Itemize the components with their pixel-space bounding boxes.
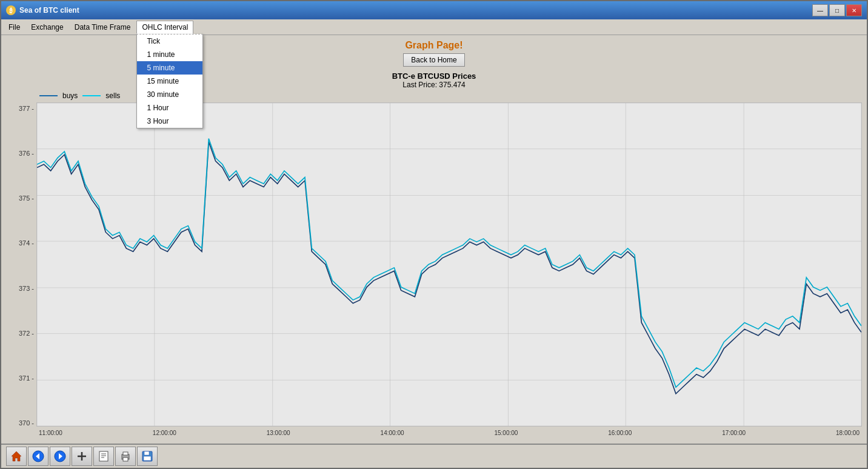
- back-to-home-button[interactable]: Back to Home: [403, 53, 464, 67]
- x-label-1800: 18:00:00: [836, 430, 860, 436]
- forward-arrow-icon: [54, 450, 66, 462]
- dropdown-3hr[interactable]: 3 Hour: [137, 115, 202, 128]
- dropdown-tick[interactable]: Tick: [137, 35, 202, 48]
- svg-rect-29: [123, 452, 128, 455]
- menu-ohlc-container: OHLC Interval Tick 1 minute 5 minute 15 …: [136, 21, 193, 34]
- notes-button[interactable]: [93, 447, 114, 466]
- x-label-1100: 11:00:00: [39, 430, 62, 436]
- menu-file[interactable]: File: [4, 21, 25, 33]
- save-icon: [141, 450, 153, 462]
- menu-data-time-frame[interactable]: Data Time Frame: [70, 21, 136, 33]
- add-icon: [76, 450, 88, 462]
- menu-ohlc-interval[interactable]: OHLC Interval: [136, 21, 193, 34]
- notes-icon: [98, 450, 110, 462]
- app-icon: ₿: [6, 5, 16, 15]
- maximize-button[interactable]: □: [829, 4, 845, 16]
- legend-buys-line: [39, 95, 58, 96]
- x-label-1700: 17:00:00: [722, 430, 746, 436]
- page-title: Graph Page!: [6, 40, 862, 51]
- chart-title: BTC-e BTCUSD Prices: [6, 72, 862, 81]
- chart-plot: 11:00:00 12:00:00 13:00:00 14:00:00 15:0…: [36, 102, 862, 439]
- dropdown-5min[interactable]: 5 minute: [137, 61, 202, 75]
- y-label-374: 374 -: [6, 239, 34, 247]
- print-button[interactable]: [115, 447, 136, 466]
- chart-legend: buys sells: [6, 91, 862, 100]
- chart-with-axes: 377 - 376 - 375 - 374 - 373 - 372 - 371 …: [6, 102, 862, 439]
- toolbar: [1, 444, 867, 468]
- minimize-button[interactable]: —: [812, 4, 828, 16]
- y-label-371: 371 -: [6, 374, 34, 382]
- dropdown-1hr[interactable]: 1 Hour: [137, 101, 202, 115]
- y-label-370: 370 -: [6, 419, 34, 427]
- menu-exchange[interactable]: Exchange: [26, 21, 68, 33]
- close-button[interactable]: ✕: [846, 4, 862, 16]
- dropdown-30min[interactable]: 30 minute: [137, 88, 202, 101]
- y-label-376: 376 -: [6, 150, 34, 157]
- main-content: Graph Page! Back to Home BTC-e BTCUSD Pr…: [1, 35, 867, 444]
- x-label-1500: 15:00:00: [494, 430, 518, 436]
- legend-sells-line: [82, 95, 101, 96]
- home-button[interactable]: [6, 447, 27, 466]
- back-arrow-icon: [32, 450, 44, 462]
- chart-header: BTC-e BTCUSD Prices Last Price: 375.474: [6, 72, 862, 89]
- title-bar: ₿ Sea of BTC client — □ ✕: [1, 1, 867, 19]
- y-label-372: 372 -: [6, 330, 34, 337]
- chart-subtitle: Last Price: 375.474: [6, 81, 862, 89]
- x-label-1400: 14:00:00: [381, 430, 404, 436]
- chart-area: BTC-e BTCUSD Prices Last Price: 375.474 …: [6, 72, 862, 439]
- save-button[interactable]: [137, 447, 158, 466]
- main-window: ₿ Sea of BTC client — □ ✕ File Exchange …: [0, 0, 868, 469]
- y-label-377: 377 -: [6, 105, 34, 112]
- svg-rect-32: [144, 456, 151, 461]
- x-label-1300: 13:00:00: [267, 430, 290, 436]
- chart-inner: [36, 102, 862, 427]
- ohlc-dropdown: Tick 1 minute 5 minute 15 minute 30 minu…: [136, 34, 203, 128]
- legend-sells-label: sells: [105, 91, 120, 100]
- y-label-375: 375 -: [6, 195, 34, 202]
- legend-buys-label: buys: [62, 91, 78, 100]
- menu-bar: File Exchange Data Time Frame OHLC Inter…: [1, 19, 867, 35]
- chart-svg: [37, 103, 861, 426]
- dropdown-15min[interactable]: 15 minute: [137, 75, 202, 88]
- window-controls: — □ ✕: [812, 4, 862, 16]
- svg-rect-31: [144, 451, 149, 455]
- page-header: Graph Page! Back to Home: [6, 40, 862, 67]
- y-axis: 377 - 376 - 375 - 374 - 373 - 372 - 371 …: [6, 102, 36, 439]
- svg-marker-16: [12, 451, 21, 461]
- print-icon: [119, 450, 132, 462]
- svg-rect-23: [99, 451, 108, 461]
- window-title: Sea of BTC client: [19, 6, 79, 15]
- y-label-373: 373 -: [6, 285, 34, 292]
- dropdown-1min[interactable]: 1 minute: [137, 48, 202, 61]
- back-button[interactable]: [28, 447, 48, 466]
- home-icon: [10, 450, 22, 462]
- x-label-1600: 16:00:00: [608, 430, 632, 436]
- forward-button[interactable]: [50, 447, 70, 466]
- title-bar-left: ₿ Sea of BTC client: [6, 5, 79, 15]
- x-label-1200: 12:00:00: [153, 430, 176, 436]
- svg-rect-28: [123, 457, 128, 461]
- add-button[interactable]: [72, 447, 92, 466]
- x-axis: 11:00:00 12:00:00 13:00:00 14:00:00 15:0…: [36, 427, 862, 439]
